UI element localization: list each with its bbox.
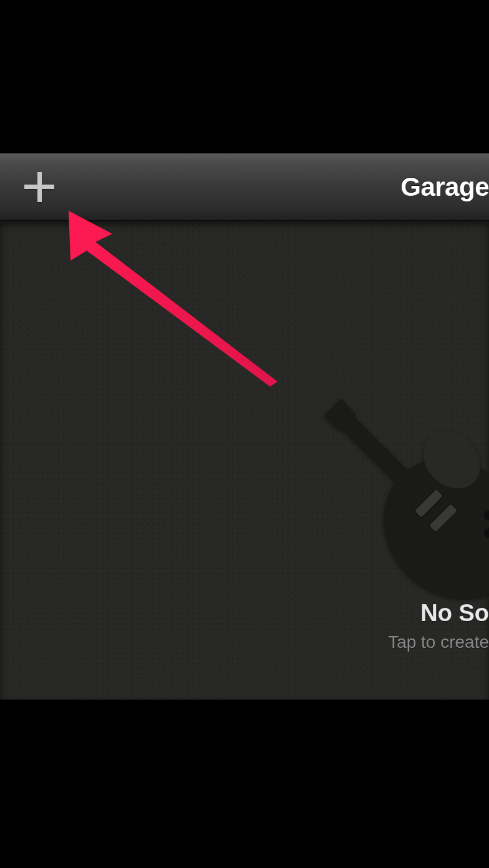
empty-state-title: No So [420,600,489,627]
toolbar: Garage [0,153,489,221]
content-area[interactable]: No So Tap to create [0,221,489,700]
add-button[interactable] [17,165,61,209]
empty-state-subtitle: Tap to create [388,632,489,652]
svg-rect-2 [337,412,429,504]
guitar-icon [289,364,489,614]
app-container: Garage [0,153,489,700]
app-title: Garage [400,172,489,202]
